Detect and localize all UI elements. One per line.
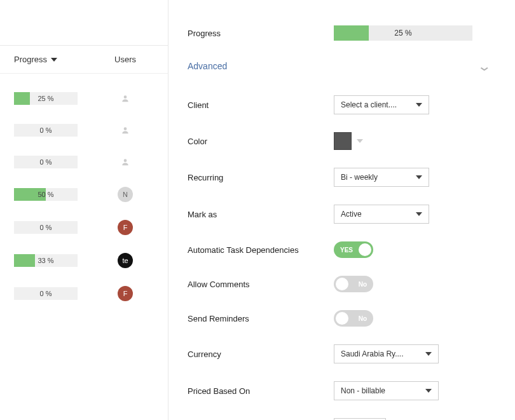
column-header-progress[interactable]: Progress: [14, 55, 90, 64]
client-label: Client: [188, 100, 334, 110]
column-header-users[interactable]: Users: [103, 55, 148, 64]
main-panel: Progress 25 % Advanced ⌄ Client Select a…: [168, 0, 515, 420]
row-progress-value: 0 %: [14, 221, 78, 234]
color-label: Color: [188, 137, 334, 146]
auto-dependencies-toggle[interactable]: YES: [334, 241, 373, 258]
row-progress-value: 33 %: [14, 254, 78, 267]
dropdown-caret-icon: [425, 352, 432, 356]
currency-select[interactable]: Saudi Arabia Ry....: [334, 344, 439, 363]
currency-select-value: Saudi Arabia Ry....: [341, 349, 404, 358]
row-user-cell: N: [103, 187, 148, 202]
currency-label: Currency: [188, 349, 334, 359]
priced-based-on-select[interactable]: Non - billable: [334, 381, 439, 400]
person-icon: [118, 91, 132, 105]
sidebar-header-spacer: [0, 0, 168, 46]
recurring-row: Recurring Bi - weekly: [188, 168, 490, 187]
currency-row: Currency Saudi Arabia Ry....: [188, 344, 490, 363]
auto-dependencies-row: Automatic Task Dependencies YES: [188, 241, 490, 258]
sidebar: Progress Users 25 %0 %0 %50 %N0 %F33 %te…: [0, 0, 168, 420]
row-user-cell: [103, 91, 148, 105]
priced-based-on-value: Non - billable: [341, 386, 385, 395]
dropdown-caret-icon: [416, 103, 422, 107]
recurring-label: Recurring: [188, 173, 334, 182]
send-reminders-row: Send Reminders No: [188, 310, 490, 327]
progress-bar[interactable]: 25 %: [334, 25, 472, 41]
toggle-knob: [359, 243, 371, 256]
row-user-cell: F: [103, 286, 148, 301]
person-icon: [118, 155, 132, 169]
svg-point-1: [124, 127, 127, 130]
recurring-select-value: Bi - weekly: [341, 173, 378, 182]
dropdown-caret-icon: [425, 389, 432, 393]
row-progress-value: 0 %: [14, 124, 78, 137]
color-row: Color: [188, 132, 490, 150]
chevron-down-icon: ⌄: [477, 58, 492, 74]
row-progress-bar: 50 %: [14, 188, 78, 201]
sort-caret-icon: [51, 58, 57, 62]
auto-dependencies-label: Automatic Task Dependencies: [188, 245, 334, 255]
row-progress-bar: 0 %: [14, 156, 78, 168]
priced-based-on-label: Priced Based On: [188, 386, 334, 396]
row-progress-bar: 0 %: [14, 287, 78, 300]
task-row[interactable]: 33 %te: [0, 244, 168, 277]
task-row[interactable]: 50 %N: [0, 178, 168, 211]
column-header-progress-label: Progress: [14, 55, 47, 64]
dropdown-caret-icon: [416, 212, 422, 216]
row-progress-bar: 0 %: [14, 221, 78, 234]
dropdown-caret-icon[interactable]: [357, 139, 363, 143]
row-user-cell: te: [103, 253, 148, 268]
progress-bar-value: 25 %: [334, 25, 472, 41]
send-reminders-toggle[interactable]: No: [334, 310, 373, 327]
task-rows: 25 %0 %0 %50 %N0 %F33 %te0 %F: [0, 74, 168, 420]
row-progress-value: 0 %: [14, 156, 78, 168]
progress-row: Progress 25 %: [188, 25, 490, 41]
row-progress-value: 25 %: [14, 92, 78, 105]
priced-based-on-row: Priced Based On Non - billable: [188, 381, 490, 400]
svg-point-0: [124, 95, 127, 98]
allow-comments-label: Allow Comments: [188, 280, 334, 289]
row-user-cell: [103, 155, 148, 169]
avatar: N: [118, 187, 133, 202]
task-row[interactable]: 0 %F: [0, 277, 168, 310]
toggle-off-label: No: [359, 281, 367, 288]
allow-comments-toggle[interactable]: No: [334, 276, 373, 292]
task-row[interactable]: 0 %: [0, 146, 168, 178]
toggle-on-label: YES: [340, 247, 353, 254]
task-row[interactable]: 0 %F: [0, 211, 168, 244]
row-progress-bar: 25 %: [14, 92, 78, 105]
advanced-link: Advanced: [188, 61, 227, 71]
client-select[interactable]: Select a client....: [334, 95, 429, 114]
color-swatch[interactable]: [334, 132, 352, 150]
send-reminders-label: Send Reminders: [188, 314, 334, 323]
avatar: F: [118, 286, 133, 301]
row-user-cell: F: [103, 220, 148, 235]
row-progress-bar: 33 %: [14, 254, 78, 267]
client-row: Client Select a client....: [188, 95, 490, 114]
list-header: Progress Users: [0, 46, 168, 74]
client-select-value: Select a client....: [341, 100, 397, 109]
task-row[interactable]: 25 %: [0, 83, 168, 114]
avatar: te: [118, 253, 133, 268]
person-icon: [118, 123, 132, 137]
toggle-off-label: No: [359, 315, 367, 322]
toggle-knob: [336, 312, 348, 325]
allow-comments-row: Allow Comments No: [188, 276, 490, 292]
toggle-knob: [336, 278, 348, 290]
row-progress-value: 50 %: [14, 188, 78, 201]
recurring-select[interactable]: Bi - weekly: [334, 168, 429, 187]
dropdown-caret-icon: [416, 175, 422, 179]
row-progress-value: 0 %: [14, 287, 78, 300]
progress-label: Progress: [188, 29, 334, 38]
mark-as-label: Mark as: [188, 210, 334, 219]
svg-point-2: [124, 159, 127, 162]
mark-as-row: Mark as Active: [188, 205, 490, 224]
row-progress-bar: 0 %: [14, 124, 78, 137]
advanced-section-toggle[interactable]: Advanced ⌄: [188, 58, 490, 74]
row-user-cell: [103, 123, 148, 137]
avatar: F: [118, 220, 133, 235]
mark-as-select-value: Active: [341, 210, 362, 219]
task-row[interactable]: 0 %: [0, 114, 168, 146]
mark-as-select[interactable]: Active: [334, 205, 429, 224]
